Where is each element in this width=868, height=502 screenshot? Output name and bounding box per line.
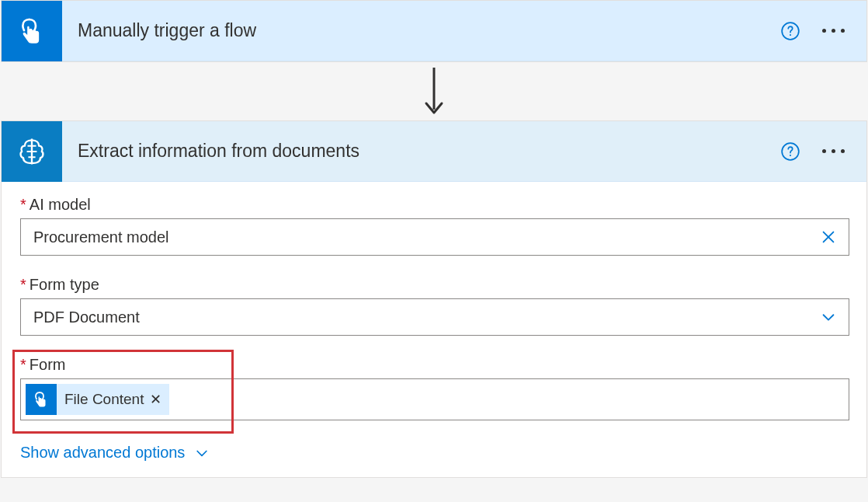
advanced-link-text: Show advanced options [20, 444, 185, 462]
trigger-header-actions [780, 21, 866, 41]
file-content-token[interactable]: File Content ✕ [26, 384, 169, 415]
required-star: * [20, 196, 26, 214]
ai-model-value: Procurement model [33, 228, 818, 246]
form-type-value: PDF Document [33, 309, 818, 326]
svg-point-1 [790, 33, 791, 35]
form-field-wrapper: * Form File Content ✕ [20, 356, 849, 420]
ai-model-input[interactable]: Procurement model [20, 218, 849, 256]
chevron-down-icon[interactable] [818, 306, 839, 328]
more-icon[interactable] [822, 29, 845, 33]
ai-model-label: * AI model [20, 196, 848, 214]
tap-icon [16, 16, 47, 47]
form-label: * Form [20, 356, 849, 374]
action-card: Extract information from documents * AI … [1, 120, 867, 478]
action-title: Extract information from documents [78, 141, 780, 162]
help-icon[interactable] [780, 141, 800, 162]
form-type-label: * Form type [20, 276, 848, 294]
svg-point-4 [790, 154, 791, 155]
help-icon[interactable] [780, 21, 800, 41]
arrow-connector [1, 62, 867, 120]
form-type-label-text: Form type [30, 276, 99, 294]
required-star: * [20, 276, 26, 294]
tap-icon [32, 390, 50, 409]
clear-icon[interactable] [818, 226, 839, 248]
form-input[interactable]: File Content ✕ [20, 378, 849, 420]
arrow-down-icon [422, 64, 446, 119]
remove-token-icon[interactable]: ✕ [150, 391, 161, 408]
form-type-select[interactable]: PDF Document [20, 298, 849, 336]
brain-icon [15, 134, 49, 169]
form-label-text: Form [30, 356, 66, 374]
ai-model-label-text: AI model [30, 196, 91, 214]
trigger-icon-box [2, 1, 62, 61]
action-header[interactable]: Extract information from documents [2, 121, 866, 182]
trigger-title: Manually trigger a flow [78, 20, 780, 41]
show-advanced-options-link[interactable]: Show advanced options [20, 444, 210, 462]
token-source-icon-box [26, 384, 57, 415]
chevron-down-icon [194, 445, 210, 461]
action-icon-box [2, 121, 62, 182]
trigger-header[interactable]: Manually trigger a flow [2, 1, 866, 61]
action-header-actions [780, 141, 866, 162]
action-body: * AI model Procurement model * Form type… [2, 182, 866, 477]
more-icon[interactable] [822, 149, 845, 153]
required-star: * [20, 356, 26, 374]
token-label: File Content [64, 391, 144, 408]
trigger-card: Manually trigger a flow [1, 0, 867, 62]
